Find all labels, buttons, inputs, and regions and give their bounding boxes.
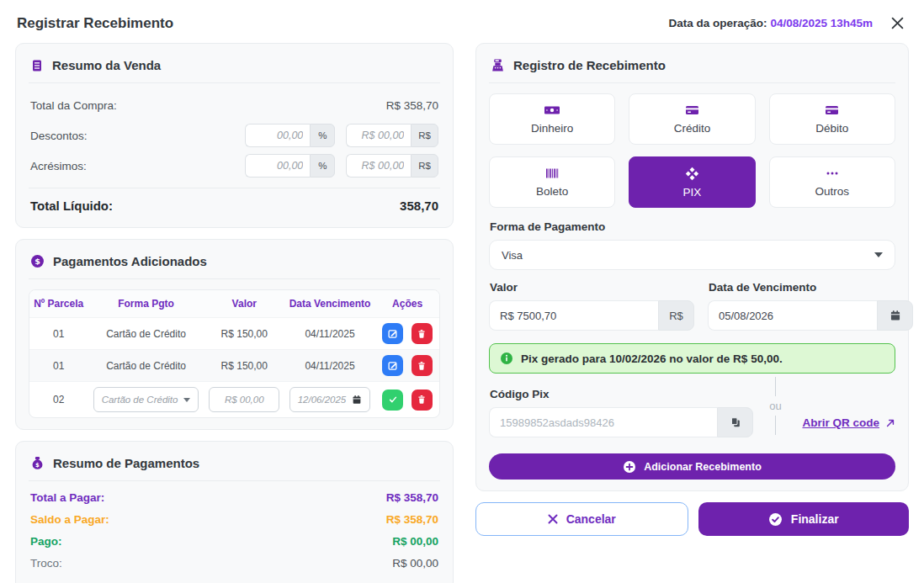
total-purchase-value: R$ 358,70 (386, 99, 438, 112)
left-column: Resumo da Venda Total da Compra: R$ 358,… (15, 43, 454, 583)
payment-form-select[interactable]: Visa (489, 240, 895, 270)
check-icon (388, 395, 398, 405)
svg-text:$: $ (35, 257, 40, 266)
money-bag-icon: $ (30, 456, 45, 470)
open-qr-link[interactable]: Abrir QR code (802, 416, 895, 429)
pix-generated-alert: Pix gerado para 10/02/2026 no valor de R… (489, 343, 895, 374)
add-receipt-button-label: Adicionar Recebimento (644, 461, 762, 473)
plus-circle-icon (623, 460, 636, 474)
paid-row: Pago: R$ 00,00 (30, 535, 438, 548)
payments-added-title: Pagamentos Adicionados (53, 254, 207, 268)
divider-line (775, 416, 776, 435)
finish-button[interactable]: Finalizar (698, 502, 910, 536)
svg-text:$: $ (35, 462, 40, 469)
pix-generated-alert-text: Pix gerado para 10/02/2026 no valor de R… (521, 352, 783, 365)
payment-form-label: Forma de Pagamento (490, 220, 895, 233)
delete-payment-button[interactable] (412, 355, 433, 376)
receipt-registration-title: Registro de Recebimento (513, 58, 666, 72)
calendar-icon (352, 395, 362, 405)
balance-to-pay-label: Saldo a Pagar: (30, 513, 109, 526)
sale-summary-card: Resumo da Venda Total da Compra: R$ 358,… (15, 43, 454, 228)
payments-added-card: $ Pagamentos Adicionados Nº Parcela Form… (15, 239, 454, 430)
cancel-button[interactable]: Cancelar (475, 502, 688, 536)
trash-icon (417, 329, 427, 339)
open-qr-link-label: Abrir QR code (802, 416, 879, 429)
col-vencimento: Data Vencimento (284, 290, 375, 318)
col-forma: Forma Pgto (88, 290, 204, 318)
credit-card-icon (824, 103, 840, 117)
due-date-input[interactable] (708, 300, 877, 331)
money-bill-icon (544, 103, 560, 117)
add-receipt-button[interactable]: Adicionar Recebimento (489, 453, 895, 480)
confirm-payment-button[interactable] (382, 390, 403, 411)
due-date-label: Data de Vencimento (709, 281, 912, 294)
method-credito[interactable]: Crédito (629, 93, 755, 145)
operation-date: Data da operação: 04/08/2025 13h45m (669, 17, 873, 29)
or-label: ou (769, 396, 781, 416)
method-label: PIX (683, 186, 702, 199)
page-title: Registrar Recebimento (17, 15, 173, 32)
row-date-value: 12/06/2025 (298, 395, 347, 405)
row-date-input[interactable]: 12/06/2025 (289, 387, 371, 412)
balance-to-pay-value: R$ 358,70 (386, 513, 438, 526)
calendar-button[interactable] (877, 300, 913, 331)
balance-to-pay-row: Saldo a Pagar: R$ 358,70 (30, 513, 438, 526)
total-to-pay-row: Total a Pagar: R$ 358,70 (30, 491, 438, 504)
row-valor-input[interactable] (209, 387, 279, 412)
close-button[interactable] (888, 13, 907, 33)
cell-parcela: 02 (29, 382, 88, 418)
barcode-icon (544, 167, 560, 180)
copy-button[interactable] (717, 407, 753, 437)
additions-label: Acrésimos: (30, 160, 87, 172)
edit-payment-button[interactable] (382, 355, 403, 376)
delete-payment-button[interactable] (412, 323, 433, 344)
paid-value: R$ 00,00 (392, 535, 438, 548)
payment-summary-title: Resumo de Pagamentos (53, 456, 199, 470)
receipt-registration-title-row: Registro de Recebimento (489, 55, 895, 83)
sale-summary-title-row: Resumo da Venda (29, 55, 440, 83)
method-outros[interactable]: Outros (769, 156, 895, 208)
method-pix[interactable]: PIX (629, 156, 755, 208)
payment-type-select[interactable]: Cartão de Crédito (93, 387, 199, 412)
method-boleto[interactable]: Boleto (489, 156, 615, 208)
net-total-row: Total Líquido: 358,70 (29, 188, 440, 215)
method-dinheiro[interactable]: Dinheiro (489, 93, 615, 145)
cell-vencimento: 04/11/2025 (284, 350, 375, 382)
x-icon (548, 514, 558, 524)
method-debito[interactable]: Débito (769, 93, 895, 145)
close-icon (891, 17, 904, 29)
chevron-down-icon (183, 398, 190, 402)
operation-date-label: Data da operação: (669, 17, 767, 29)
table-row: 01 Cartão de Crédito R$ 150,00 04/11/202… (29, 350, 439, 382)
pix-code-input[interactable] (489, 407, 717, 437)
modal-header: Registrar Recebimento Data da operação: … (0, 0, 924, 43)
edit-payment-button[interactable] (382, 323, 403, 344)
currency-addon: R$ (411, 124, 438, 147)
table-row: 01 Cartão de Crédito R$ 150,00 04/11/202… (29, 318, 439, 350)
payment-summary-title-row: $ Resumo de Pagamentos (29, 453, 440, 481)
total-to-pay-label: Total a Pagar: (30, 491, 104, 504)
method-label: Boleto (536, 185, 568, 198)
discounts-label: Descontos: (30, 130, 88, 142)
sale-summary-title: Resumo da Venda (52, 58, 161, 72)
external-link-icon (885, 418, 895, 428)
addition-percent-input[interactable] (245, 154, 310, 178)
check-circle-icon (768, 512, 783, 527)
copy-icon (730, 416, 741, 428)
delete-payment-button[interactable] (412, 390, 433, 411)
valor-label: Valor (490, 281, 693, 294)
net-total-label: Total Líquido: (30, 199, 113, 213)
chevron-down-icon (874, 252, 883, 257)
discount-percent-input[interactable] (245, 124, 310, 147)
addition-currency-input[interactable] (346, 154, 411, 178)
pix-code-section: Código Pix ou Abrir QR code (489, 377, 895, 442)
discount-currency-input[interactable] (346, 124, 411, 147)
cancel-button-label: Cancelar (566, 512, 616, 526)
edit-icon (387, 360, 398, 371)
change-label: Troco: (30, 557, 62, 570)
change-value: R$ 00,00 (392, 557, 438, 570)
receipt-icon (30, 59, 44, 72)
valor-input[interactable] (489, 300, 658, 331)
payment-form-value: Visa (502, 249, 523, 262)
col-valor: Valor (204, 290, 284, 318)
